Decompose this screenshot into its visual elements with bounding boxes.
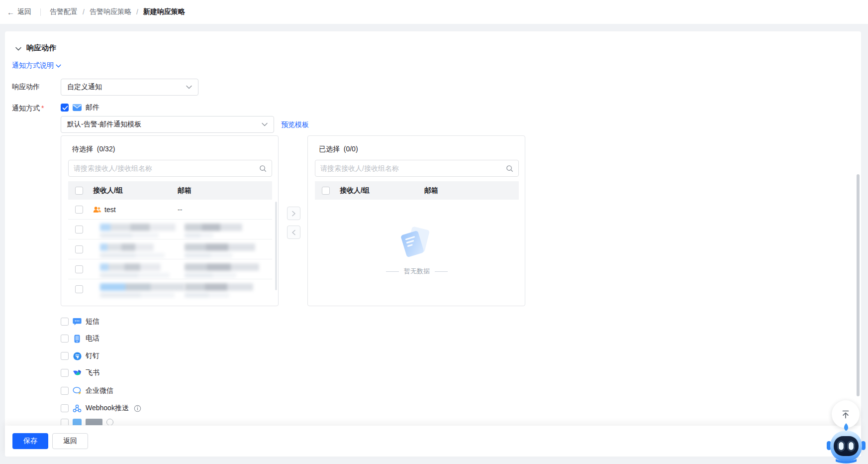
target-search-box: [315, 160, 519, 177]
sms-label: 短信: [86, 317, 99, 326]
ai-assistant-robot-icon[interactable]: [826, 422, 867, 464]
email-template-value: 默认-告警-邮件通知模板: [67, 120, 141, 129]
table-row-redacted[interactable]: [68, 279, 272, 299]
method-row-partial: [61, 419, 190, 425]
phone-icon: [73, 334, 82, 343]
move-left-button[interactable]: [287, 226, 300, 239]
row-checkbox[interactable]: [75, 206, 83, 214]
source-table-scrollbar[interactable]: [275, 202, 277, 290]
back-arrow-icon: ←: [7, 8, 14, 16]
partial-method-icon: [73, 419, 82, 425]
dingtalk-label: 钉钉: [86, 351, 99, 360]
target-col-recipient: 接收人/组: [340, 186, 424, 195]
row-checkbox[interactable]: [75, 285, 83, 293]
phone-checkbox[interactable]: [61, 335, 69, 343]
webhook-checkbox[interactable]: [61, 404, 69, 412]
empty-dash-left: [386, 271, 399, 272]
partial-checkbox[interactable]: [61, 419, 69, 425]
method-row-wecom: 企业微信: [61, 385, 113, 397]
recipient-email: --: [178, 206, 272, 214]
empty-data-icon: [399, 228, 434, 260]
recipient-name: test: [104, 206, 116, 214]
redacted-name: [100, 224, 176, 238]
wecom-checkbox[interactable]: [61, 387, 69, 395]
topbar-divider: [40, 8, 41, 16]
back-to-top-icon: [839, 408, 852, 421]
notification-method-help-link[interactable]: 通知方式说明: [12, 61, 61, 70]
collapse-chevron-icon[interactable]: [15, 44, 21, 52]
return-button[interactable]: 返回: [52, 433, 88, 449]
chevron-down-icon: [186, 85, 192, 89]
dingtalk-checkbox[interactable]: [61, 352, 69, 360]
redacted-email: [185, 243, 255, 258]
redacted-name: [100, 243, 154, 258]
source-title-text: 待选择: [72, 145, 93, 153]
table-row[interactable]: test --: [68, 200, 272, 220]
sms-icon: [73, 317, 82, 326]
group-icon: [93, 206, 101, 213]
source-select-all-checkbox[interactable]: [75, 187, 83, 195]
section-header-response-action[interactable]: 响应动作: [15, 43, 56, 53]
empty-dash-right: [435, 271, 448, 272]
method-row-feishu: 飞书: [61, 367, 99, 379]
info-icon[interactable]: [134, 405, 141, 412]
wecom-label: 企业微信: [86, 386, 113, 395]
partial-method-label: [86, 419, 102, 425]
source-search-input[interactable]: [74, 164, 259, 172]
row-checkbox[interactable]: [75, 265, 83, 273]
table-row-redacted[interactable]: [68, 259, 272, 279]
source-col-recipient: 接收人/组: [93, 186, 178, 195]
webhook-label: Webhook推送: [86, 404, 129, 413]
webhook-icon: [73, 404, 82, 413]
response-action-value: 自定义通知: [67, 83, 102, 92]
redacted-email: [185, 224, 242, 238]
page-scrollbar[interactable]: [857, 174, 860, 396]
breadcrumb-current-page: 新建响应策略: [143, 7, 185, 16]
target-select-all-checkbox[interactable]: [322, 187, 330, 195]
transfer-source-panel: 待选择 (0/32) 接收人/组 邮箱 test --: [61, 135, 279, 306]
table-row-redacted[interactable]: [68, 220, 272, 239]
breadcrumb-response-policy[interactable]: 告警响应策略: [90, 7, 131, 16]
empty-text: 暂无数据: [404, 267, 430, 276]
main-card: 响应动作 通知方式说明 响应动作 自定义通知 通知方式* 邮件 默认-告警-邮件…: [5, 31, 861, 457]
phone-label: 电话: [86, 334, 99, 343]
response-action-select[interactable]: 自定义通知: [61, 79, 198, 96]
row-checkbox[interactable]: [75, 226, 83, 233]
footer-bar: 保存 返回: [5, 426, 861, 457]
response-action-label: 响应动作: [12, 83, 40, 92]
row-checkbox[interactable]: [75, 245, 83, 253]
section-title: 响应动作: [26, 43, 56, 53]
notification-method-label-text: 通知方式: [12, 104, 40, 112]
target-table-header: 接收人/组 邮箱: [315, 181, 519, 200]
email-checkbox[interactable]: [61, 104, 69, 112]
notification-method-help-label: 通知方式说明: [12, 61, 54, 70]
notification-method-label: 通知方式*: [12, 104, 44, 113]
save-button[interactable]: 保存: [12, 433, 48, 449]
move-right-button[interactable]: [287, 207, 300, 220]
table-row-redacted[interactable]: [68, 239, 272, 259]
feishu-checkbox[interactable]: [61, 369, 69, 377]
source-col-email: 邮箱: [178, 186, 272, 195]
redacted-email: [185, 283, 253, 298]
email-template-select[interactable]: 默认-告警-邮件通知模板: [61, 116, 274, 133]
required-asterisk: *: [41, 104, 44, 112]
empty-state: 暂无数据: [308, 228, 525, 276]
redacted-name: [100, 283, 185, 298]
target-search-input[interactable]: [320, 164, 506, 172]
partial-info-icon: [106, 419, 113, 425]
search-icon[interactable]: [259, 165, 267, 172]
target-title-text: 已选择: [319, 145, 340, 153]
breadcrumb-alert-config[interactable]: 告警配置: [50, 7, 78, 16]
preview-template-link[interactable]: 预览模板: [281, 120, 309, 129]
method-row-dingtalk: 钉钉: [61, 350, 99, 362]
back-link-label: 返回: [17, 7, 31, 16]
feishu-icon: [73, 368, 82, 377]
method-row-phone: 电话: [61, 333, 99, 345]
back-link[interactable]: ← 返回: [7, 7, 31, 16]
dingtalk-icon: [73, 351, 82, 360]
chevron-down-icon: [262, 122, 268, 126]
search-icon[interactable]: [506, 165, 513, 172]
target-col-email: 邮箱: [424, 186, 519, 195]
wecom-icon: [73, 386, 82, 395]
sms-checkbox[interactable]: [61, 318, 69, 326]
